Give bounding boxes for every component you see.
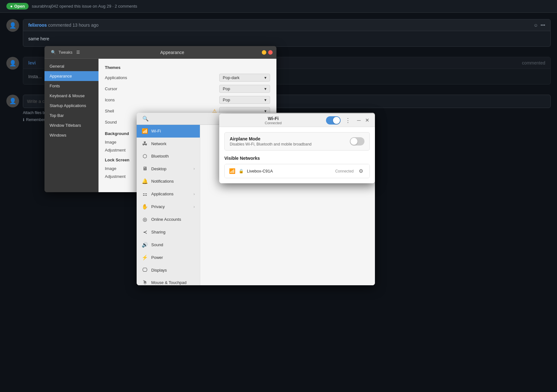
sharing-label: Sharing [151, 230, 166, 234]
chevron-down-icon-icons: ▾ [264, 98, 267, 102]
tweaks-nav-appearance[interactable]: Appearance [44, 71, 98, 81]
wifi-body: Airplane Mode Disables Wi-Fi, Bluetooth … [219, 127, 375, 183]
visible-networks-title: Visible Networks [224, 156, 370, 161]
wifi-win-controls: ─ ✕ [355, 117, 371, 124]
wifi-minimize-btn[interactable]: ─ [355, 117, 363, 124]
airplane-mode-label: Airplane Mode [230, 136, 311, 141]
privacy-label: Privacy [151, 204, 165, 209]
tweaks-titlebar: 🔍 Tweaks ☰ Appearance [44, 46, 276, 59]
privacy-icon: ✋ [142, 204, 148, 210]
more-icon[interactable]: ••• [540, 23, 545, 28]
network-icon: 🖧 [142, 141, 148, 146]
open-badge: ● Open [6, 3, 29, 10]
bg-image-label: Image [105, 140, 116, 145]
tweaks-menu-icon[interactable]: ☰ [76, 50, 80, 55]
tweaks-nav-fonts[interactable]: Fonts [44, 81, 98, 91]
wifi-toggle-switch[interactable] [326, 116, 341, 125]
comment-time-2: commented [522, 60, 545, 65]
settings-nav-bluetooth[interactable]: ⬡ Bluetooth [137, 150, 200, 163]
tweaks-close-btn[interactable] [268, 50, 273, 55]
info-icon: ℹ [23, 118, 24, 122]
emoji-icon[interactable]: ☺ [533, 23, 538, 28]
settings-nav-sharing[interactable]: ≺ Sharing [137, 226, 200, 239]
open-icon: ● [10, 4, 13, 9]
wifi-signal-icon: 📶 [229, 168, 235, 174]
tweaks-sidebar: General Appearance Fonts Keyboard & Mous… [44, 59, 98, 192]
sound-label: Sound [151, 242, 163, 247]
tweaks-nav-startup[interactable]: Startup Applications [44, 101, 98, 111]
comment-time: commented 13 hours ago [48, 23, 98, 28]
airplane-mode-toggle[interactable] [350, 137, 364, 145]
settings-nav-mouse[interactable]: 🖱 Mouse & Touchpad [137, 276, 200, 285]
wifi-toggle[interactable] [326, 116, 341, 125]
applications-dropdown[interactable]: Pop-dark ▾ [219, 74, 270, 82]
tweaks-nav-titlebars[interactable]: Window Titlebars [44, 120, 98, 130]
settings-nav-wifi[interactable]: 📶 Wi-Fi [137, 125, 200, 138]
settings-nav-online-accounts[interactable]: ◎ Online Accounts [137, 213, 200, 226]
applications-label: Applications [105, 75, 127, 80]
chevron-right-icon-apps: › [194, 192, 195, 196]
airplane-mode-info: Airplane Mode Disables Wi-Fi, Bluetooth … [230, 136, 311, 146]
notifications-label: Notifications [151, 179, 174, 184]
icons-label: Icons [105, 98, 115, 102]
mouse-label: Mouse & Touchpad [151, 280, 187, 285]
comment-header: felixroos commented 13 hours ago ☺ ••• [23, 19, 550, 31]
network-settings-btn[interactable]: ⚙ [357, 167, 365, 175]
bg-adjustment-label: Adjustment [105, 148, 126, 152]
tweaks-win-controls [262, 50, 273, 55]
airplane-mode-card: Airplane Mode Disables Wi-Fi, Bluetooth … [224, 132, 370, 151]
sound-icon: 🔊 [142, 242, 148, 248]
airplane-mode-desc: Disables Wi-Fi, Bluetooth and mobile bro… [230, 142, 311, 146]
settings-nav-privacy[interactable]: ✋ Privacy › [137, 200, 200, 213]
ls-image-label: Image [105, 166, 116, 171]
shell-label: Shell [105, 109, 114, 113]
themes-section-title: Themes [105, 65, 270, 70]
settings-nav-network[interactable]: 🖧 Network [137, 138, 200, 150]
tweaks-search-bar: 🔍 Tweaks ☰ [48, 49, 83, 56]
network-label: Network [151, 141, 166, 146]
tweaks-nav-topbar[interactable]: Top Bar [44, 111, 98, 120]
bluetooth-icon: ⬡ [142, 153, 148, 159]
settings-nav-desktop[interactable]: 🖥 Desktop › [137, 163, 200, 175]
tweaks-minimize-btn[interactable] [262, 50, 266, 55]
settings-nav-displays[interactable]: 🖵 Displays [137, 264, 200, 276]
wifi-menu-btn[interactable]: ⋮ [343, 116, 353, 125]
themes-applications-row: Applications Pop-dark ▾ [105, 74, 270, 82]
chevron-right-icon: › [194, 166, 195, 171]
tweaks-nav-keyboard-mouse[interactable]: Keyboard & Mouse [44, 91, 98, 101]
themes-cursor-row: Cursor Pop ▾ [105, 85, 270, 93]
tweaks-nav-windows[interactable]: Windows [44, 130, 98, 140]
github-header: ● Open saurabhraj042 opened this issue o… [0, 0, 557, 13]
comment-username-2: levi [28, 60, 36, 65]
comment-username: felixroos [28, 23, 47, 28]
wifi-title: Wi-Fi [223, 116, 323, 121]
settings-nav-applications[interactable]: ⚏ Applications › [137, 188, 200, 200]
sound-label: Sound [105, 120, 117, 125]
ls-adjustment-label: Adjustment [105, 174, 126, 179]
comment-body: same here [23, 31, 550, 46]
tweaks-nav-general[interactable]: General [44, 61, 98, 71]
icons-dropdown[interactable]: Pop ▾ [219, 96, 270, 104]
settings-search-btn[interactable]: 🔍 [140, 114, 151, 123]
chevron-down-icon: ▾ [264, 75, 267, 80]
tweaks-title: Appearance [86, 50, 259, 55]
network-lock-icon: 🔒 [239, 169, 244, 173]
avatar: 👤 [6, 19, 19, 32]
power-label: Power [151, 255, 163, 260]
wifi-titlebar: Wi-Fi Connected ⋮ ─ ✕ [219, 114, 375, 127]
network-status: Connected [335, 169, 354, 173]
online-accounts-label: Online Accounts [151, 217, 181, 222]
wifi-subtitle: Connected [223, 121, 323, 125]
settings-nav-notifications[interactable]: 🔔 Notifications [137, 175, 200, 188]
wifi-label: Wi-Fi [151, 129, 161, 133]
cursor-dropdown[interactable]: Pop ▾ [219, 85, 270, 93]
network-name: Livebox-C91A [247, 169, 332, 173]
settings-nav-power[interactable]: ⚡ Power [137, 251, 200, 264]
network-item[interactable]: 📶 🔒 Livebox-C91A Connected ⚙ [225, 164, 370, 178]
settings-sidebar: 📶 Wi-Fi 🖧 Network ⬡ Bluetooth 🖥 Desktop … [137, 125, 200, 285]
settings-nav-sound[interactable]: 🔊 Sound [137, 239, 200, 251]
displays-icon: 🖵 [142, 267, 148, 273]
wifi-close-btn[interactable]: ✕ [363, 117, 371, 124]
avatar-2: 👤 [6, 57, 19, 70]
wifi-window: Wi-Fi Connected ⋮ ─ ✕ Airplane Mode Disa… [219, 114, 375, 183]
